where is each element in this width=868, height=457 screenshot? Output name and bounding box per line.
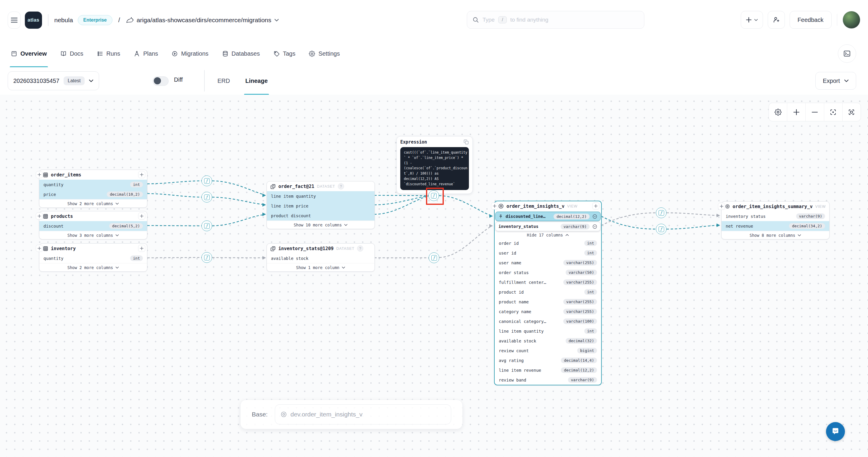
tab-tags[interactable]: Tags bbox=[273, 40, 295, 67]
fit-view-button[interactable] bbox=[842, 103, 861, 121]
column-row[interactable]: net_revenuedecimal(34,2) bbox=[721, 221, 829, 231]
column-row[interactable]: product_idint bbox=[495, 287, 601, 297]
function-node[interactable]: ƒ bbox=[656, 224, 666, 235]
expand-downstream-button[interactable] bbox=[138, 213, 145, 220]
remove-column-icon[interactable] bbox=[592, 214, 597, 219]
column-row[interactable]: quantityint bbox=[39, 180, 147, 189]
atlas-logo[interactable]: atlas bbox=[25, 11, 42, 29]
feedback-button[interactable]: Feedback bbox=[789, 11, 832, 29]
hamburger-menu-button[interactable] bbox=[8, 11, 21, 29]
function-node[interactable]: ƒ bbox=[656, 208, 666, 218]
tab-runs[interactable]: Runs bbox=[97, 40, 120, 67]
view-node-order-item-insights-summary[interactable]: order_item_insights_summary_v VIEW inven… bbox=[721, 201, 830, 239]
zoom-out-button[interactable] bbox=[806, 103, 824, 121]
help-icon[interactable]: ? bbox=[338, 183, 344, 189]
center-view-button[interactable] bbox=[824, 103, 842, 121]
dataset-node-inventory-stats[interactable]: inventory_stats@1209 DATASET ? available… bbox=[267, 243, 375, 272]
create-new-button[interactable] bbox=[741, 11, 763, 29]
expand-upstream-button[interactable] bbox=[36, 171, 43, 178]
tab-label: Lineage bbox=[245, 78, 268, 84]
support-chat-button[interactable] bbox=[826, 422, 845, 441]
show-more-columns-button[interactable]: Show 2 more columns bbox=[39, 263, 147, 271]
tab-docs[interactable]: Docs bbox=[60, 40, 84, 67]
column-row[interactable]: category_namevarchar(255) bbox=[495, 307, 601, 316]
focus-icon bbox=[830, 109, 837, 116]
column-row[interactable]: line_item_price bbox=[267, 201, 375, 211]
column-row[interactable]: discountdecimal(5,2) bbox=[39, 221, 147, 231]
show-more-columns-button[interactable]: Show 3 more columns bbox=[39, 231, 147, 239]
column-row[interactable]: product_discount bbox=[267, 211, 375, 220]
version-selector[interactable]: 20260331035457 Latest bbox=[8, 71, 99, 90]
breadcrumb[interactable]: ariga/atlas-showcase/dirs/ecommerce/migr… bbox=[126, 17, 279, 24]
user-avatar[interactable] bbox=[842, 11, 860, 29]
zoom-in-button[interactable] bbox=[787, 103, 806, 121]
tab-plans[interactable]: Plans bbox=[134, 40, 158, 67]
column-row[interactable]: available_stockdecimal(32) bbox=[495, 336, 601, 346]
tab-settings[interactable]: Settings bbox=[309, 40, 340, 67]
column-row[interactable]: quantityint bbox=[39, 253, 147, 263]
invite-user-button[interactable] bbox=[768, 11, 785, 29]
function-node[interactable]: ƒ bbox=[202, 220, 212, 231]
column-row[interactable]: order_statusvarchar(50) bbox=[495, 268, 601, 277]
column-row[interactable]: canonical_category…varchar(100) bbox=[495, 316, 601, 326]
tab-migrations[interactable]: Migrations bbox=[172, 40, 208, 67]
view-node-order-item-insights[interactable]: order_item_insights_v VIEW discounted_li… bbox=[494, 201, 602, 385]
lineage-canvas[interactable]: ƒ ƒ ƒ ƒ ƒ ƒ ƒ ƒ Expression cast(((`of`.`… bbox=[0, 95, 868, 457]
show-more-columns-button[interactable]: Show 10 more columns bbox=[267, 220, 375, 229]
canvas-settings-button[interactable] bbox=[769, 103, 787, 121]
gear-icon bbox=[775, 109, 782, 116]
column-row[interactable]: inventory_statusvarchar(9) bbox=[721, 211, 829, 221]
tab-overview[interactable]: Overview bbox=[11, 40, 47, 67]
column-row[interactable]: user_namevarchar(255) bbox=[495, 258, 601, 268]
column-name: user_name bbox=[499, 261, 560, 265]
table-node-order-items[interactable]: order_items quantityintpricedecimal(10,2… bbox=[39, 170, 147, 208]
column-row[interactable]: user_idint bbox=[495, 248, 601, 258]
pin-icon bbox=[498, 214, 503, 219]
expand-upstream-button[interactable] bbox=[718, 203, 725, 210]
expand-upstream-button[interactable] bbox=[36, 245, 43, 252]
show-more-columns-button[interactable]: Show 8 more columns bbox=[721, 231, 829, 239]
global-search-input[interactable]: Type / to find anything bbox=[467, 11, 644, 29]
tab-erd[interactable]: ERD bbox=[217, 67, 230, 95]
function-node[interactable]: ƒ bbox=[202, 176, 212, 186]
column-row[interactable]: line_item_revenuedecimal(12,2) bbox=[495, 365, 601, 375]
dataset-node-order-fact[interactable]: order_fact@21 DATASET ? line_item_quanti… bbox=[267, 181, 375, 229]
column-row[interactable]: line_item_quantityint bbox=[495, 326, 601, 336]
column-row[interactable]: avg_ratingdecimal(14,4) bbox=[495, 356, 601, 365]
pinned-column-row[interactable]: discounted_line… decimal(12,2) bbox=[495, 212, 600, 221]
tab-databases[interactable]: Databases bbox=[222, 40, 260, 67]
expand-upstream-button[interactable] bbox=[36, 213, 43, 220]
expand-downstream-button[interactable] bbox=[138, 171, 145, 178]
column-row[interactable]: available_stock bbox=[267, 253, 375, 263]
copy-icon[interactable] bbox=[464, 140, 469, 145]
selected-column-row[interactable]: inventory_status varchar(9) bbox=[495, 222, 600, 231]
expand-upstream-button[interactable] bbox=[491, 203, 498, 210]
diff-toggle[interactable] bbox=[153, 77, 168, 86]
column-row[interactable]: order_idint bbox=[495, 238, 601, 248]
cli-terminal-button[interactable] bbox=[838, 44, 856, 63]
help-icon[interactable]: ? bbox=[357, 245, 363, 252]
tab-lineage[interactable]: Lineage bbox=[245, 67, 268, 95]
export-button[interactable]: Export bbox=[815, 72, 856, 90]
function-node-expression[interactable]: ƒ bbox=[428, 190, 439, 201]
show-more-columns-button[interactable]: Show 1 more column bbox=[267, 263, 375, 271]
function-node[interactable]: ƒ bbox=[202, 192, 212, 203]
column-row[interactable]: pricedecimal(10,2) bbox=[39, 189, 147, 199]
column-name: avg_rating bbox=[499, 358, 558, 363]
column-row[interactable]: review_bandvarchar(9) bbox=[495, 375, 601, 385]
expand-downstream-button[interactable] bbox=[138, 245, 145, 252]
show-more-columns-button[interactable]: Show 2 more columns bbox=[39, 199, 147, 208]
column-row[interactable]: fulfillment_center…varchar(255) bbox=[495, 277, 601, 287]
remove-column-icon[interactable] bbox=[592, 224, 597, 229]
base-object-input[interactable]: dev.order_item_insights_v bbox=[275, 404, 451, 424]
expression-card: Expression cast(((`of`.`line_item_quanti… bbox=[396, 136, 473, 194]
expand-downstream-button[interactable] bbox=[592, 203, 599, 210]
column-row[interactable]: review_countbigint bbox=[495, 346, 601, 356]
column-row[interactable]: line_item_quantity bbox=[267, 191, 375, 201]
function-node[interactable]: ƒ bbox=[429, 252, 439, 263]
table-node-products[interactable]: products discountdecimal(5,2) Show 3 mor… bbox=[39, 211, 147, 239]
table-node-inventory[interactable]: inventory quantityint Show 2 more column… bbox=[39, 243, 147, 272]
hide-columns-button[interactable]: Hide 17 columns bbox=[495, 232, 601, 238]
function-node[interactable]: ƒ bbox=[202, 252, 212, 263]
column-row[interactable]: product_namevarchar(255) bbox=[495, 297, 601, 307]
